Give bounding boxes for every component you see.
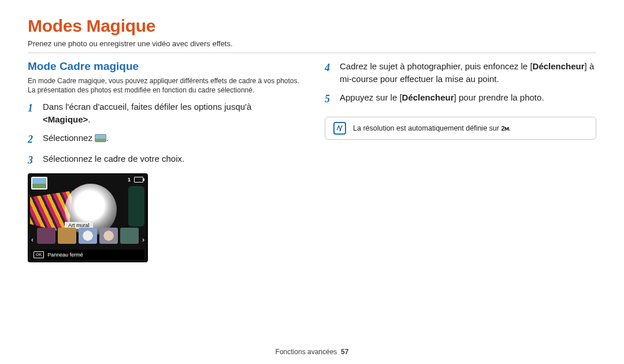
step-text: Sélectionnez le cadre de votre choix. xyxy=(43,153,299,168)
step-number: 4 xyxy=(325,60,334,86)
next-frame-arrow-icon: › xyxy=(142,236,144,244)
frame-thumb xyxy=(58,228,76,244)
magic-frame-mode-icon xyxy=(95,134,106,142)
prev-frame-arrow-icon: ‹ xyxy=(31,236,34,244)
step-text: Sélectionnez . xyxy=(43,132,299,147)
section-lead: En mode Cadre magique, vous pouvez appli… xyxy=(28,76,299,95)
step-text-part: Dans l'écran d'accueil, faites défiler l… xyxy=(43,102,251,112)
step-3: 3 Sélectionnez le cadre de votre choix. xyxy=(28,153,299,168)
note-text-part: La résolution est automatiquement défini… xyxy=(353,124,501,132)
step-number: 2 xyxy=(28,132,37,147)
step-number: 5 xyxy=(325,91,334,106)
step-text-part: Appuyez sur le [ xyxy=(340,92,402,102)
mural-shape xyxy=(128,186,144,226)
divider xyxy=(28,53,596,53)
resolution-glyph: 2ᴍ xyxy=(501,125,508,132)
footer-section: Fonctions avancées xyxy=(276,348,337,356)
step-number: 3 xyxy=(28,153,37,168)
frame-thumbnails xyxy=(37,228,139,244)
frame-thumb xyxy=(37,228,55,244)
step-text-part: Sélectionnez xyxy=(43,133,95,143)
page-title: Modes Magique xyxy=(28,16,596,36)
frame-thumb xyxy=(99,228,118,244)
step-5: 5 Appuyez sur le [Déclencheur] pour pren… xyxy=(325,91,596,106)
step-1: 1 Dans l'écran d'accueil, faites défiler… xyxy=(28,101,299,126)
step-text: Dans l'écran d'accueil, faites défiler l… xyxy=(43,101,299,126)
step-text-bold: Déclencheur xyxy=(402,92,454,102)
step-text-bold: <Magique> xyxy=(43,114,88,124)
page-intro: Prenez une photo ou enregistrer une vidé… xyxy=(28,39,596,48)
step-text-part: . xyxy=(88,114,90,124)
step-text-bold: Déclencheur xyxy=(533,61,585,71)
ok-button-icon: OK xyxy=(34,251,44,258)
frame-thumb xyxy=(120,228,139,244)
footer-page-number: 57 xyxy=(341,348,348,356)
step-number: 1 xyxy=(28,101,37,126)
step-text: Cadrez le sujet à photographier, puis en… xyxy=(340,60,596,86)
step-text-part: . xyxy=(106,133,109,143)
note-text-part: . xyxy=(509,124,511,132)
camera-preview-illustration: 1 2ᴍ Art mural ‹ › xyxy=(28,173,148,262)
step-4: 4 Cadrez le sujet à photographier, puis … xyxy=(325,60,596,86)
left-column: Mode Cadre magique En mode Cadre magique… xyxy=(28,60,299,262)
step-text-part: ] pour prendre la photo. xyxy=(454,92,544,102)
step-text-part: Cadrez le sujet à photographier, puis en… xyxy=(340,61,533,71)
step-2: 2 Sélectionnez . xyxy=(28,132,299,147)
page-footer: Fonctions avancées 57 xyxy=(0,348,624,356)
step-text: Appuyez sur le [Déclencheur] pour prendr… xyxy=(340,91,596,106)
note-icon xyxy=(333,122,346,135)
right-column: 4 Cadrez le sujet à photographier, puis … xyxy=(325,60,596,262)
panel-closed-label: Panneau fermé xyxy=(47,252,83,258)
section-heading: Mode Cadre magique xyxy=(28,60,299,73)
frame-thumb xyxy=(79,228,97,244)
note-text: La résolution est automatiquement défini… xyxy=(353,124,511,132)
note-box: La résolution est automatiquement défini… xyxy=(325,117,596,140)
